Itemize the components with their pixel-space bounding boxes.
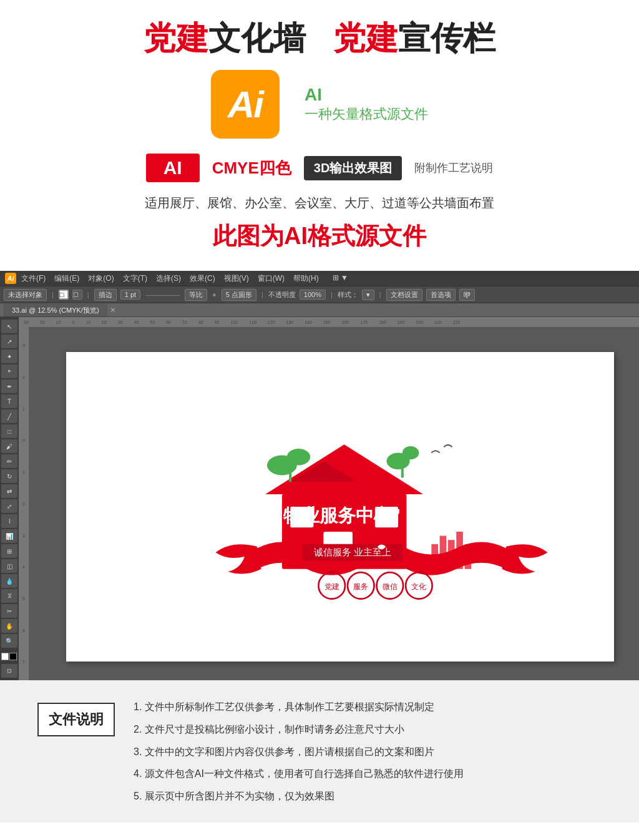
title-red-2: 党建: [333, 20, 398, 56]
tool-scale[interactable]: ⤢: [1, 499, 17, 513]
stroke-swatch[interactable]: [9, 653, 17, 660]
menu-window[interactable]: 窗口(W): [258, 273, 285, 284]
tab-close[interactable]: ✕: [110, 306, 116, 315]
tool-blend[interactable]: ⧖: [1, 589, 17, 603]
main-title: 党建文化墙 党建宣传栏: [25, 19, 614, 57]
bottom-section: 文件说明 1. 文件中所标制作工艺仅供参考，具体制作工艺要根据实际情况制定 2.…: [0, 680, 639, 823]
ai-tools-panel: ↖ ↗ ✦ ⌖ ✒ T ╱ □ 🖌 ✏ ↻ ⇄ ⤢ ⌇ 📊 ⊞ ◫ 💧 ⧖ ✂ …: [0, 317, 19, 680]
ai-document-tab[interactable]: 33.ai @ 12.5% (CMYK/预览): [4, 304, 107, 316]
desc-text-2: 此图为AI格式源文件: [25, 220, 614, 252]
menu-panel-icon: ⊞ ▼: [333, 273, 348, 284]
menu-file[interactable]: 文件(F): [21, 273, 46, 284]
menu-effect[interactable]: 效果(C): [190, 273, 215, 284]
tool-line[interactable]: ╱: [1, 409, 17, 423]
tool-reflect[interactable]: ⇄: [1, 484, 17, 498]
ai-description: AI 一种矢量格式源文件: [305, 85, 428, 124]
tool-hand[interactable]: ✋: [1, 619, 17, 633]
tool-pencil[interactable]: ✏: [1, 454, 17, 468]
tool-mesh[interactable]: ⊞: [1, 544, 17, 558]
fill-swatch[interactable]: [1, 653, 9, 660]
preferences-btn[interactable]: 首选项: [426, 289, 456, 301]
tool-rect[interactable]: □: [1, 424, 17, 438]
svg-text:微信: 微信: [383, 582, 398, 591]
tag-cmye: CMYE四色: [212, 157, 291, 179]
shape-dropdown[interactable]: 5 点圆形: [222, 289, 256, 301]
fill-box[interactable]: □: [59, 290, 69, 300]
tool-gradient[interactable]: ◫: [1, 559, 17, 573]
ai-tabbar: 33.ai @ 12.5% (CMYK/预览) ✕: [0, 303, 639, 317]
ai-desc-top: AI: [305, 85, 428, 105]
title-black-2: 宣传栏: [398, 20, 495, 56]
svg-point-9: [402, 446, 419, 459]
tool-select[interactable]: ↖: [1, 320, 17, 333]
ai-icon-box: Ai: [211, 70, 280, 139]
tool-graph[interactable]: 📊: [1, 529, 17, 543]
color-swatches: [1, 653, 17, 660]
ratio-dropdown[interactable]: 等比: [185, 289, 207, 301]
svg-text:诚信服务 业主至上: 诚信服务 业主至上: [314, 548, 391, 558]
style-dropdown[interactable]: ▾: [362, 290, 374, 300]
tool-magic-wand[interactable]: ✦: [1, 349, 17, 363]
ai-main-canvas[interactable]: "物业服务中心" 诚信服务 业主至上: [29, 327, 639, 680]
menu-object[interactable]: 对象(O): [88, 273, 114, 284]
note-item-1: 1. 文件中所标制作工艺仅供参考，具体制作工艺要根据实际情况制定: [134, 699, 602, 715]
ai-toolbar: 未选择对象 | □ ◻ | 描边 1 pt ————— 等比 ● 5 点圆形 |…: [0, 286, 639, 303]
tool-zoom[interactable]: 🔍: [1, 634, 17, 648]
opacity-label: 不透明度: [268, 290, 296, 300]
status-bar: 未选择对象: [4, 289, 47, 301]
ruler-top: 3020100102030405060708090100110120130140…: [19, 317, 639, 327]
svg-rect-15: [431, 544, 438, 569]
stroke-label: 描边: [94, 289, 117, 301]
menu-select[interactable]: 选择(S): [156, 273, 181, 284]
ai-canvas-area: ↖ ↗ ✦ ⌖ ✒ T ╱ □ 🖌 ✏ ↻ ⇄ ⤢ ⌇ 📊 ⊞ ◫ 💧 ⧖ ✂ …: [0, 317, 639, 680]
top-section: 党建文化墙 党建宣传栏 Ai AI 一种矢量格式源文件 AI CMYE四色 3D…: [0, 0, 639, 271]
tool-pen[interactable]: ✒: [1, 379, 17, 393]
ai-titlebar: Ai 文件(F) 编辑(E) 对象(O) 文字(T) 选择(S) 效果(C) 视…: [0, 271, 639, 286]
stroke-box[interactable]: ◻: [72, 290, 82, 300]
tag-3d: 3D输出效果图: [304, 156, 402, 180]
tool-direct-select[interactable]: ↗: [1, 335, 17, 348]
opacity-value[interactable]: 100%: [300, 290, 326, 300]
stroke-value[interactable]: 1 pt: [120, 290, 140, 300]
svg-rect-16: [440, 536, 447, 569]
doc-settings-btn[interactable]: 文档设置: [386, 289, 422, 301]
note-item-5: 5. 展示页中所含图片并不为实物，仅为效果图: [134, 788, 602, 804]
title-red-1: 党建: [144, 20, 208, 56]
note-item-4: 4. 源文件包含AI一种文件格式，使用者可自行选择自己熟悉的软件进行使用: [134, 766, 602, 782]
svg-text:文化: 文化: [411, 582, 426, 591]
canvas-body: 3 2 1 0 1 2 3 4 5 6 7: [19, 327, 639, 680]
menu-view[interactable]: 视图(V): [224, 273, 249, 284]
desc-text-1: 适用展厅、展馆、办公室、会议室、大厅、过道等公共墙面布置: [25, 195, 614, 212]
title-black-1: 文化墙: [208, 20, 306, 56]
panel-btn[interactable]: 咿: [459, 289, 475, 301]
tool-type[interactable]: T: [1, 394, 17, 408]
menu-edit[interactable]: 编辑(E): [54, 273, 79, 284]
tool-warp[interactable]: ⌇: [1, 514, 17, 528]
svg-text:党建: 党建: [324, 582, 339, 591]
screen-mode[interactable]: ⊡: [1, 664, 17, 678]
tag-note: 附制作工艺说明: [414, 160, 493, 175]
style-label: 样式：: [338, 290, 358, 300]
tool-eyedropper[interactable]: 💧: [1, 574, 17, 588]
svg-rect-19: [465, 544, 472, 569]
artboard: "物业服务中心" 诚信服务 业主至上: [66, 352, 614, 662]
menu-help[interactable]: 帮助(H): [293, 273, 319, 284]
tool-paintbrush[interactable]: 🖌: [1, 439, 17, 453]
ai-menu-bar: 文件(F) 编辑(E) 对象(O) 文字(T) 选择(S) 效果(C) 视图(V…: [21, 273, 348, 284]
svg-point-7: [287, 449, 310, 466]
tool-rotate[interactable]: ↻: [1, 469, 17, 483]
menu-text[interactable]: 文字(T): [123, 273, 147, 284]
tool-scissors[interactable]: ✂: [1, 604, 17, 618]
svg-text:"物业服务中心": "物业服务中心": [275, 505, 401, 525]
property-design-svg: "物业服务中心" 诚信服务 业主至上: [66, 352, 614, 662]
tool-lasso[interactable]: ⌖: [1, 364, 17, 378]
tag-ai: AI: [146, 154, 200, 182]
note-item-2: 2. 文件尺寸是投稿比例缩小设计，制作时请务必注意尺寸大小: [134, 721, 602, 738]
ruler-left: 3 2 1 0 1 2 3 4 5 6 7: [19, 327, 29, 680]
ai-app-section: Ai 文件(F) 编辑(E) 对象(O) 文字(T) 选择(S) 效果(C) 视…: [0, 271, 639, 680]
tag-row: AI CMYE四色 3D输出效果图 附制作工艺说明: [25, 154, 614, 182]
ai-row: Ai AI 一种矢量格式源文件: [25, 70, 614, 139]
ai-icon-text: Ai: [228, 83, 263, 126]
file-notes: 1. 文件中所标制作工艺仅供参考，具体制作工艺要根据实际情况制定 2. 文件尺寸…: [134, 699, 602, 804]
canvas-with-ruler: 3020100102030405060708090100110120130140…: [19, 317, 639, 680]
